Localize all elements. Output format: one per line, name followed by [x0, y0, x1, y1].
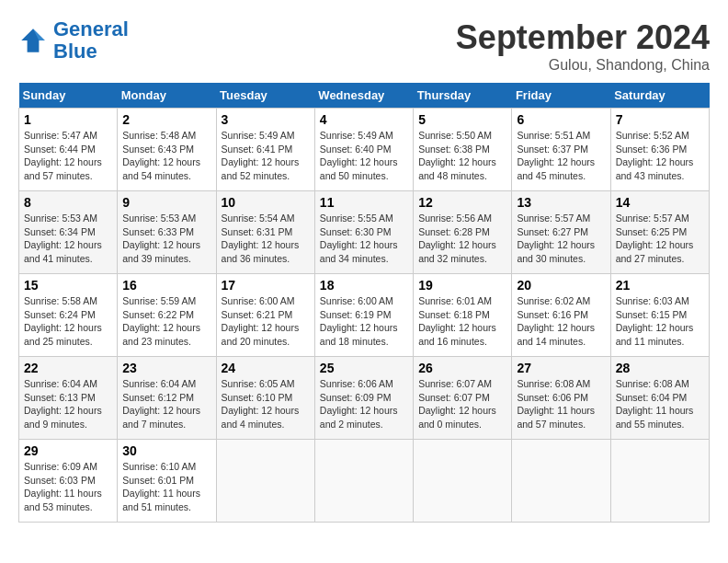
calendar-week-row: 22Sunrise: 6:04 AM Sunset: 6:13 PM Dayli… [19, 357, 710, 440]
day-number: 7 [616, 112, 704, 127]
day-info: Sunrise: 6:10 AM Sunset: 6:01 PM Dayligh… [122, 460, 210, 514]
calendar-cell: 28Sunrise: 6:08 AM Sunset: 6:04 PM Dayli… [610, 357, 709, 440]
day-info: Sunrise: 5:49 AM Sunset: 6:40 PM Dayligh… [320, 129, 408, 183]
day-info: Sunrise: 5:54 AM Sunset: 6:31 PM Dayligh… [222, 212, 310, 266]
day-number: 14 [616, 195, 704, 210]
day-info: Sunrise: 6:05 AM Sunset: 6:10 PM Dayligh… [222, 377, 310, 431]
day-number: 16 [122, 278, 210, 293]
day-info: Sunrise: 5:57 AM Sunset: 6:25 PM Dayligh… [616, 212, 704, 266]
weekday-header-cell: Thursday [414, 83, 512, 109]
weekday-header-row: SundayMondayTuesdayWednesdayThursdayFrid… [19, 83, 710, 109]
logo-icon [18, 26, 48, 55]
calendar-cell [610, 440, 709, 523]
day-info: Sunrise: 5:49 AM Sunset: 6:41 PM Dayligh… [222, 129, 310, 183]
calendar-cell: 20Sunrise: 6:02 AM Sunset: 6:16 PM Dayli… [512, 274, 610, 357]
location-subtitle: Gulou, Shandong, China [456, 57, 710, 74]
day-info: Sunrise: 6:08 AM Sunset: 6:06 PM Dayligh… [517, 377, 605, 431]
day-info: Sunrise: 5:50 AM Sunset: 6:38 PM Dayligh… [418, 129, 506, 183]
logo: General Blue [18, 18, 129, 63]
calendar-cell: 27Sunrise: 6:08 AM Sunset: 6:06 PM Dayli… [512, 357, 610, 440]
calendar-cell: 12Sunrise: 5:56 AM Sunset: 6:28 PM Dayli… [414, 191, 512, 274]
day-number: 6 [517, 112, 605, 127]
calendar-cell: 16Sunrise: 5:59 AM Sunset: 6:22 PM Dayli… [118, 274, 216, 357]
calendar-cell [314, 440, 413, 523]
calendar-week-row: 29Sunrise: 6:09 AM Sunset: 6:03 PM Dayli… [19, 440, 710, 523]
calendar-cell: 25Sunrise: 6:06 AM Sunset: 6:09 PM Dayli… [314, 357, 413, 440]
day-info: Sunrise: 5:53 AM Sunset: 6:34 PM Dayligh… [24, 212, 112, 266]
day-info: Sunrise: 6:02 AM Sunset: 6:16 PM Dayligh… [517, 294, 605, 349]
day-info: Sunrise: 6:00 AM Sunset: 6:21 PM Dayligh… [222, 294, 310, 349]
day-info: Sunrise: 6:06 AM Sunset: 6:09 PM Dayligh… [320, 377, 408, 431]
day-info: Sunrise: 6:07 AM Sunset: 6:07 PM Dayligh… [418, 377, 506, 431]
calendar-cell: 5Sunrise: 5:50 AM Sunset: 6:38 PM Daylig… [414, 109, 512, 191]
calendar-cell: 14Sunrise: 5:57 AM Sunset: 6:25 PM Dayli… [610, 191, 709, 274]
day-info: Sunrise: 5:51 AM Sunset: 6:37 PM Dayligh… [517, 129, 605, 183]
day-number: 23 [122, 361, 210, 375]
calendar-cell: 2Sunrise: 5:48 AM Sunset: 6:43 PM Daylig… [118, 109, 216, 191]
calendar-week-row: 1Sunrise: 5:47 AM Sunset: 6:44 PM Daylig… [19, 109, 710, 191]
day-number: 1 [24, 112, 112, 127]
calendar-cell: 9Sunrise: 5:53 AM Sunset: 6:33 PM Daylig… [118, 191, 216, 274]
calendar-cell: 15Sunrise: 5:58 AM Sunset: 6:24 PM Dayli… [19, 274, 118, 357]
page-header: General Blue September 2024 Gulou, Shand… [18, 18, 710, 74]
day-number: 22 [24, 361, 112, 375]
day-number: 20 [517, 278, 605, 293]
day-info: Sunrise: 6:00 AM Sunset: 6:19 PM Dayligh… [320, 294, 408, 349]
day-number: 13 [517, 195, 605, 210]
day-info: Sunrise: 5:58 AM Sunset: 6:24 PM Dayligh… [24, 294, 112, 349]
day-number: 17 [222, 278, 310, 293]
day-info: Sunrise: 5:48 AM Sunset: 6:43 PM Dayligh… [122, 129, 210, 183]
day-number: 3 [222, 112, 310, 127]
calendar-cell: 29Sunrise: 6:09 AM Sunset: 6:03 PM Dayli… [19, 440, 118, 523]
day-info: Sunrise: 6:01 AM Sunset: 6:18 PM Dayligh… [418, 294, 506, 349]
calendar-cell: 22Sunrise: 6:04 AM Sunset: 6:13 PM Dayli… [19, 357, 118, 440]
calendar-cell [216, 440, 314, 523]
day-number: 4 [320, 112, 408, 127]
calendar-cell: 26Sunrise: 6:07 AM Sunset: 6:07 PM Dayli… [414, 357, 512, 440]
day-number: 8 [24, 195, 112, 210]
weekday-header-cell: Sunday [19, 83, 118, 109]
day-number: 30 [122, 443, 210, 458]
day-info: Sunrise: 5:57 AM Sunset: 6:27 PM Dayligh… [517, 212, 605, 266]
day-info: Sunrise: 5:55 AM Sunset: 6:30 PM Dayligh… [320, 212, 408, 266]
day-number: 25 [320, 361, 408, 375]
day-number: 19 [418, 278, 506, 293]
day-number: 15 [24, 278, 112, 293]
day-info: Sunrise: 6:04 AM Sunset: 6:12 PM Dayligh… [122, 377, 210, 431]
calendar-cell [512, 440, 610, 523]
calendar-week-row: 8Sunrise: 5:53 AM Sunset: 6:34 PM Daylig… [19, 191, 710, 274]
day-info: Sunrise: 5:59 AM Sunset: 6:22 PM Dayligh… [122, 294, 210, 349]
weekday-header-cell: Saturday [610, 83, 709, 109]
calendar-cell: 6Sunrise: 5:51 AM Sunset: 6:37 PM Daylig… [512, 109, 610, 191]
calendar-cell: 23Sunrise: 6:04 AM Sunset: 6:12 PM Dayli… [118, 357, 216, 440]
calendar-cell: 8Sunrise: 5:53 AM Sunset: 6:34 PM Daylig… [19, 191, 118, 274]
logo-text: General Blue [53, 18, 129, 63]
calendar-cell: 30Sunrise: 6:10 AM Sunset: 6:01 PM Dayli… [118, 440, 216, 523]
day-number: 5 [418, 112, 506, 127]
day-number: 24 [222, 361, 310, 375]
weekday-header-cell: Wednesday [314, 83, 413, 109]
day-number: 28 [616, 361, 704, 375]
day-info: Sunrise: 5:47 AM Sunset: 6:44 PM Dayligh… [24, 129, 112, 183]
day-number: 27 [517, 361, 605, 375]
calendar-cell: 1Sunrise: 5:47 AM Sunset: 6:44 PM Daylig… [19, 109, 118, 191]
day-info: Sunrise: 6:09 AM Sunset: 6:03 PM Dayligh… [24, 460, 112, 514]
calendar-body: 1Sunrise: 5:47 AM Sunset: 6:44 PM Daylig… [19, 109, 710, 523]
calendar-cell: 13Sunrise: 5:57 AM Sunset: 6:27 PM Dayli… [512, 191, 610, 274]
calendar-cell: 18Sunrise: 6:00 AM Sunset: 6:19 PM Dayli… [314, 274, 413, 357]
calendar-cell: 3Sunrise: 5:49 AM Sunset: 6:41 PM Daylig… [216, 109, 314, 191]
weekday-header-cell: Tuesday [216, 83, 314, 109]
calendar-cell: 17Sunrise: 6:00 AM Sunset: 6:21 PM Dayli… [216, 274, 314, 357]
day-info: Sunrise: 5:52 AM Sunset: 6:36 PM Dayligh… [616, 129, 704, 183]
calendar-cell: 11Sunrise: 5:55 AM Sunset: 6:30 PM Dayli… [314, 191, 413, 274]
calendar-week-row: 15Sunrise: 5:58 AM Sunset: 6:24 PM Dayli… [19, 274, 710, 357]
calendar-table: SundayMondayTuesdayWednesdayThursdayFrid… [18, 83, 710, 523]
day-number: 11 [320, 195, 408, 210]
calendar-cell: 10Sunrise: 5:54 AM Sunset: 6:31 PM Dayli… [216, 191, 314, 274]
calendar-cell [414, 440, 512, 523]
calendar-cell: 7Sunrise: 5:52 AM Sunset: 6:36 PM Daylig… [610, 109, 709, 191]
day-info: Sunrise: 5:56 AM Sunset: 6:28 PM Dayligh… [418, 212, 506, 266]
month-title: September 2024 [456, 18, 710, 57]
calendar-cell: 21Sunrise: 6:03 AM Sunset: 6:15 PM Dayli… [610, 274, 709, 357]
calendar-cell: 24Sunrise: 6:05 AM Sunset: 6:10 PM Dayli… [216, 357, 314, 440]
